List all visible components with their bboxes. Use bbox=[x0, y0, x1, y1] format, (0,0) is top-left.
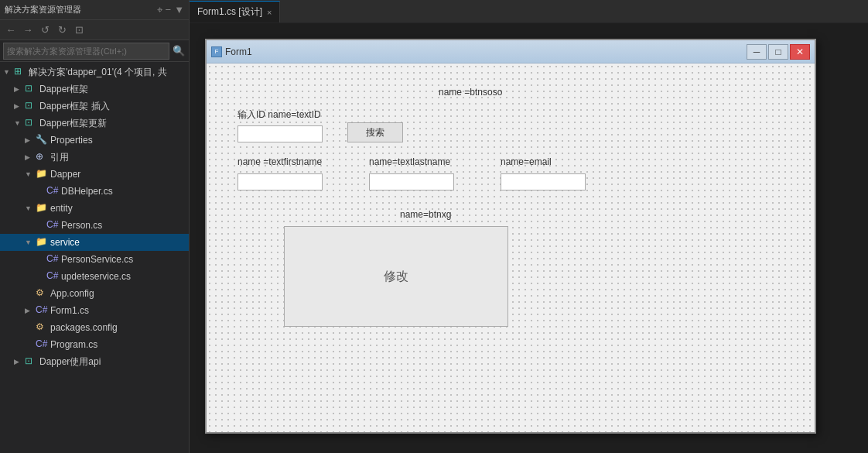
arrow-icon: ▶ bbox=[14, 85, 25, 93]
csharp-icon: C# bbox=[36, 338, 48, 351]
sidebar-toolbar: ← → ↺ ↻ ⊡ bbox=[0, 20, 189, 40]
tree-item-program[interactable]: C# Program.cs bbox=[0, 336, 189, 353]
item-label: Program.cs bbox=[50, 339, 97, 350]
label-input-id: 输入ID name=textID bbox=[238, 108, 321, 122]
project-icon: ⊡ bbox=[25, 355, 37, 368]
winform-body: name =btnsoso 输入ID name=textID 搜索 name =… bbox=[207, 63, 815, 432]
tree-item-appconfig[interactable]: ⚙ App.config bbox=[0, 285, 189, 302]
arrow-icon: ▶ bbox=[14, 102, 25, 110]
label-lastname: name=textlastname bbox=[369, 156, 450, 167]
item-label: Dapper bbox=[50, 169, 80, 180]
maximize-button[interactable]: □ bbox=[768, 44, 788, 60]
arrow-icon: ▶ bbox=[14, 358, 25, 365]
tab-close-button[interactable]: × bbox=[267, 8, 272, 17]
sync-icon[interactable]: ↻ bbox=[54, 22, 70, 38]
ref-icon: ⊕ bbox=[36, 151, 48, 163]
show-all-icon[interactable]: ⊡ bbox=[71, 22, 87, 38]
item-label: Dapper框架更新 bbox=[39, 117, 107, 130]
project-icon: ⊡ bbox=[25, 83, 37, 95]
csharp-icon: C# bbox=[46, 219, 59, 232]
item-label: 引用 bbox=[50, 151, 69, 164]
refresh-icon[interactable]: ↺ bbox=[37, 22, 53, 38]
search-input[interactable] bbox=[7, 46, 166, 56]
label-btnxg: name=btnxg bbox=[400, 209, 451, 220]
textbox-email[interactable] bbox=[501, 173, 586, 190]
textbox-id[interactable] bbox=[238, 125, 323, 142]
tree-item-dapper-folder[interactable]: ▼ 📁 Dapper bbox=[0, 166, 189, 183]
auto-hide-icon[interactable]: − bbox=[166, 4, 172, 16]
tree-item-service[interactable]: ▼ 📁 service bbox=[0, 234, 189, 251]
arrow-icon: ▶ bbox=[25, 307, 36, 314]
arrow-icon: ▶ bbox=[25, 153, 36, 161]
sidebar-title-icons: ⌖ − ▼ bbox=[157, 4, 184, 16]
item-label: DBHelper.cs bbox=[61, 186, 113, 197]
search-bar: 🔍 bbox=[0, 40, 189, 62]
tree-item-references[interactable]: ▶ ⊕ 引用 bbox=[0, 149, 189, 166]
search-button-icon[interactable]: 🔍 bbox=[172, 44, 186, 58]
folder-icon: 📁 bbox=[36, 236, 48, 249]
sidebar: 解决方案资源管理器 ⌖ − ▼ ← → ↺ ↻ ⊡ 🔍 ▼ ⊞ 解决方案'dap… bbox=[0, 0, 190, 453]
config-icon: ⚙ bbox=[36, 287, 48, 300]
item-label: service bbox=[50, 237, 80, 248]
pin-icon[interactable]: ⌖ bbox=[157, 4, 162, 16]
tree-item-solution[interactable]: ▼ ⊞ 解决方案'dapper_01'(4 个项目, 共 bbox=[0, 63, 189, 81]
tree-item-person[interactable]: C# Person.cs bbox=[0, 217, 189, 234]
item-label: PersonService.cs bbox=[61, 254, 133, 265]
item-label: packages.config bbox=[50, 322, 118, 333]
tree-item-dapper-plugin[interactable]: ▶ ⊡ Dapper框架 插入 bbox=[0, 98, 189, 115]
minimize-button[interactable]: ─ bbox=[747, 44, 767, 60]
arrow-icon: ▼ bbox=[25, 170, 36, 178]
modify-button[interactable]: 修改 bbox=[284, 226, 508, 327]
solution-label: 解决方案'dapper_01'(4 个项目, 共 bbox=[29, 66, 167, 79]
item-label: Dapper框架 bbox=[39, 83, 88, 96]
modify-button-label: 修改 bbox=[384, 269, 408, 285]
project-icon: ⊡ bbox=[25, 100, 37, 112]
tab-bar: Form1.cs [设计] × bbox=[190, 0, 868, 23]
folder-icon: 📁 bbox=[36, 202, 48, 214]
sidebar-title: 解决方案资源管理器 bbox=[5, 4, 81, 15]
tree-item-packages[interactable]: ⚙ packages.config bbox=[0, 319, 189, 336]
search-button[interactable]: 搜索 bbox=[347, 122, 403, 142]
forward-icon[interactable]: → bbox=[20, 22, 36, 38]
arrow-icon: ▶ bbox=[25, 136, 36, 144]
tree-item-dbhelper[interactable]: C# DBHelper.cs bbox=[0, 183, 189, 200]
tree-item-dapper-framework[interactable]: ▶ ⊡ Dapper框架 bbox=[0, 81, 189, 98]
winform-titlebar: F Form1 ─ □ ✕ bbox=[207, 40, 815, 63]
tree-item-entity[interactable]: ▼ 📁 entity bbox=[0, 200, 189, 217]
tab-label: Form1.cs [设计] bbox=[197, 5, 262, 19]
arrow-icon: ▼ bbox=[25, 239, 36, 246]
tree-item-personservice[interactable]: C# PersonService.cs bbox=[0, 251, 189, 268]
designer-canvas: F Form1 ─ □ ✕ name =btnsoso 输入ID name=te… bbox=[190, 23, 868, 453]
arrow-icon: ▼ bbox=[3, 68, 14, 76]
config-icon: ⚙ bbox=[36, 321, 48, 334]
folder-icon: 📁 bbox=[36, 168, 48, 180]
form-icon: F bbox=[211, 46, 222, 57]
menu-icon[interactable]: ▼ bbox=[174, 4, 184, 16]
item-label: Form1.cs bbox=[50, 305, 89, 316]
properties-icon: 🔧 bbox=[36, 134, 48, 146]
tree-item-dapper-update[interactable]: ▼ ⊡ Dapper框架更新 bbox=[0, 115, 189, 132]
sidebar-titlebar: 解决方案资源管理器 ⌖ − ▼ bbox=[0, 0, 189, 20]
tree-item-updateservice[interactable]: C# updeteservice.cs bbox=[0, 268, 189, 285]
csharp-icon: C# bbox=[46, 253, 59, 266]
tree-item-form1[interactable]: ▶ C# Form1.cs bbox=[0, 302, 189, 319]
item-label: Person.cs bbox=[61, 220, 102, 231]
tree-item-dapper-api[interactable]: ▶ ⊡ Dapper使用api bbox=[0, 353, 189, 370]
csharp-icon: C# bbox=[46, 270, 59, 283]
search-button-label: 搜索 bbox=[366, 126, 384, 139]
textbox-firstname[interactable] bbox=[238, 173, 323, 190]
solution-icon: ⊞ bbox=[14, 66, 26, 78]
label-email: name=email bbox=[501, 156, 552, 167]
winform-title: F Form1 bbox=[211, 46, 252, 57]
close-button[interactable]: ✕ bbox=[790, 44, 810, 60]
tree-item-properties[interactable]: ▶ 🔧 Properties bbox=[0, 132, 189, 149]
winform-title-text: Form1 bbox=[225, 46, 252, 57]
textbox-lastname[interactable] bbox=[369, 173, 454, 190]
solution-tree: ▼ ⊞ 解决方案'dapper_01'(4 个项目, 共 ▶ ⊡ Dapper框… bbox=[0, 62, 189, 453]
search-input-wrap[interactable] bbox=[3, 43, 169, 60]
project-icon: ⊡ bbox=[25, 117, 37, 129]
csharp-icon: C# bbox=[46, 185, 59, 197]
back-icon[interactable]: ← bbox=[3, 22, 19, 38]
tab-form1-design[interactable]: Form1.cs [设计] × bbox=[190, 1, 280, 22]
csharp-icon: C# bbox=[36, 304, 48, 317]
